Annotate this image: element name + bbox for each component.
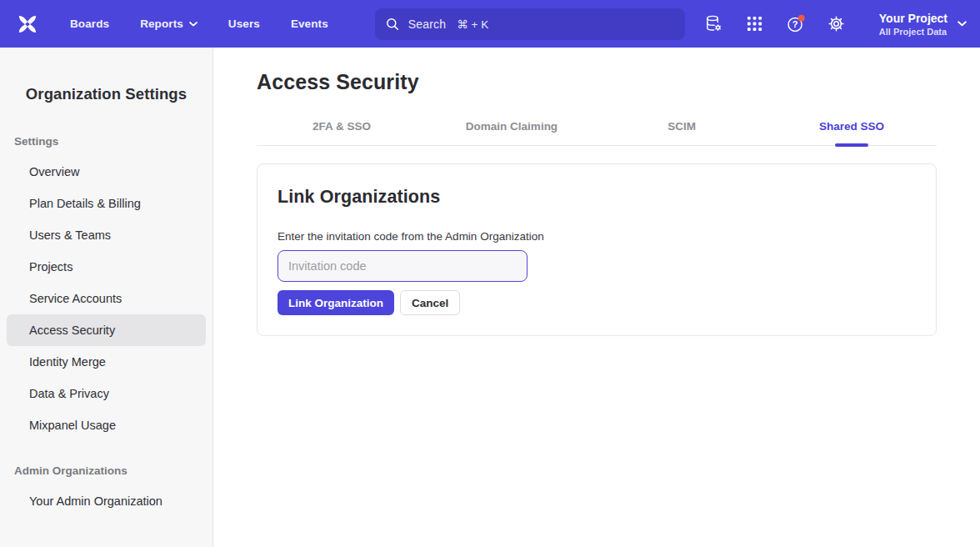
project-name: Your Project [879, 11, 948, 26]
tab-2fa-sso[interactable]: 2FA & SSO [257, 120, 427, 145]
link-organization-button[interactable]: Link Organization [278, 290, 394, 315]
settings-button[interactable] [827, 14, 847, 34]
project-subtitle: All Project Data [879, 26, 948, 38]
sidebar-item-service-accounts[interactable]: Service Accounts [0, 283, 212, 314]
main-content: Access Security 2FA & SSO Domain Claimin… [213, 48, 980, 547]
nav-reports[interactable]: Reports [140, 18, 198, 30]
svg-text:?: ? [792, 19, 798, 29]
navbar-right: ? Your Project All Project Data [704, 11, 967, 38]
sidebar-item-data-privacy[interactable]: Data & Privacy [0, 378, 212, 409]
data-management-icon [704, 14, 723, 33]
invitation-code-label: Enter the invitation code from the Admin… [278, 230, 916, 243]
data-management-button[interactable] [704, 14, 724, 34]
nav-boards[interactable]: Boards [70, 18, 109, 30]
sidebar-item-plan-details-billing[interactable]: Plan Details & Billing [0, 188, 212, 219]
button-row: Link Organization Cancel [278, 290, 916, 315]
section-label-settings: Settings [14, 135, 212, 148]
tab-shared-sso[interactable]: Shared SSO [767, 120, 937, 145]
sidebar-title: Organization Settings [0, 85, 212, 103]
nav-users[interactable]: Users [228, 18, 260, 30]
card-title: Link Organizations [278, 187, 916, 208]
search-icon [386, 18, 399, 31]
link-organizations-card: Link Organizations Enter the invitation … [257, 163, 937, 336]
project-selector[interactable]: Your Project All Project Data [879, 11, 967, 38]
help-icon: ? [786, 13, 806, 34]
sidebar-item-projects[interactable]: Projects [0, 251, 212, 283]
page-title: Access Security [257, 70, 937, 94]
tab-scim[interactable]: SCIM [597, 120, 767, 145]
mixpanel-logo[interactable] [15, 12, 40, 37]
apps-grid-icon [746, 15, 763, 33]
top-navbar: Boards Reports Users Events Search ⌘ + K [0, 0, 980, 48]
apps-grid-button[interactable] [745, 14, 765, 34]
nav-events[interactable]: Events [291, 18, 328, 30]
sidebar-item-your-admin-organization[interactable]: Your Admin Organization [0, 485, 212, 517]
sidebar-item-overview[interactable]: Overview [0, 156, 212, 188]
search-input[interactable]: Search ⌘ + K [375, 8, 685, 40]
search-placeholder: Search [408, 18, 447, 31]
mixpanel-logo-icon [16, 13, 39, 36]
primary-nav: Boards Reports Users Events [70, 18, 328, 30]
sidebar-item-users-teams[interactable]: Users & Teams [0, 219, 212, 251]
notification-dot [798, 15, 805, 22]
cancel-button[interactable]: Cancel [400, 290, 460, 315]
sidebar-item-identity-merge[interactable]: Identity Merge [0, 346, 212, 378]
chevron-down-icon [189, 22, 198, 27]
active-tab-underline [835, 143, 868, 147]
invitation-code-input[interactable] [278, 250, 528, 282]
section-label-admin-organizations: Admin Organizations [14, 464, 212, 477]
help-button[interactable]: ? [786, 14, 806, 34]
chevron-down-icon [958, 21, 967, 27]
settings-sidebar: Organization Settings Settings Overview … [0, 48, 213, 547]
search-shortcut: ⌘ + K [457, 18, 488, 31]
sidebar-item-mixpanel-usage[interactable]: Mixpanel Usage [0, 409, 212, 441]
tab-domain-claiming[interactable]: Domain Claiming [427, 120, 597, 145]
settings-gear-icon [827, 14, 846, 33]
sidebar-item-access-security[interactable]: Access Security [7, 314, 206, 346]
tab-bar: 2FA & SSO Domain Claiming SCIM Shared SS… [257, 120, 937, 146]
